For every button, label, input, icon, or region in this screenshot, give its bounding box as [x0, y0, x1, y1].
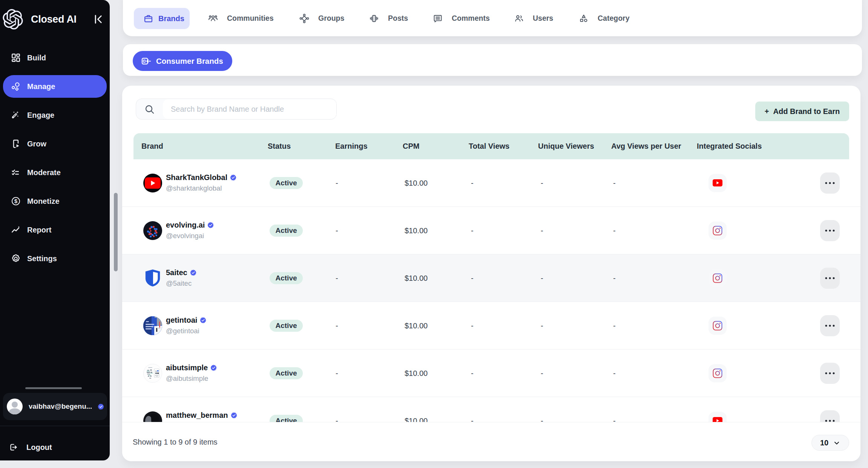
svg-text:$: $ [14, 198, 18, 204]
